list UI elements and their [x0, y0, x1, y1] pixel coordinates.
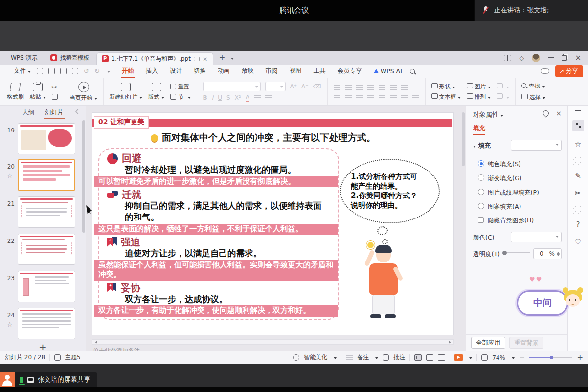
spinner-arrows[interactable]: [557, 250, 561, 258]
arrange-button[interactable]: 排列: [467, 93, 491, 101]
tab-review[interactable]: 审阅: [265, 65, 279, 78]
gradient-fill-label[interactable]: 渐变填充(G): [488, 174, 521, 183]
tab-insert[interactable]: 插入: [145, 65, 159, 78]
search-icon[interactable]: [410, 69, 415, 74]
file-menu-caret[interactable]: [28, 71, 31, 74]
scroll-left-icon[interactable]: [93, 341, 97, 344]
theme-icon[interactable]: [54, 354, 61, 361]
fill-group-header[interactable]: 填充: [473, 142, 491, 150]
slide-sorter-icon[interactable]: [426, 354, 433, 361]
paragraph-settings-icon[interactable]: [412, 93, 419, 98]
edit-rail-icon[interactable]: ✎: [575, 172, 581, 180]
slideshow-play-button[interactable]: [454, 354, 463, 361]
tab-animation[interactable]: 动画: [217, 65, 231, 78]
decrease-indent-icon[interactable]: [356, 85, 363, 90]
picture-fill-label[interactable]: 图片或纹理填充(P): [488, 189, 539, 197]
zoom-level[interactable]: 74%: [492, 354, 505, 361]
slide-vertical-scrollbar[interactable]: [462, 112, 465, 335]
cut-rail-icon[interactable]: ✂: [575, 189, 581, 197]
pattern-fill-radio[interactable]: [478, 203, 484, 209]
distribute-icon[interactable]: [379, 93, 385, 98]
docer-template-tab[interactable]: 找稻壳模板: [44, 54, 96, 62]
fill-tab[interactable]: 填充: [473, 124, 485, 132]
output-icon[interactable]: [48, 68, 55, 74]
tab-design[interactable]: 设计: [169, 65, 183, 78]
close-panel-icon[interactable]: ×: [556, 109, 562, 117]
text-effects-button[interactable]: [265, 95, 272, 101]
section-button[interactable]: 节: [170, 93, 191, 101]
numbering-icon[interactable]: [345, 85, 352, 90]
justify-icon[interactable]: [367, 93, 374, 98]
font-color-button[interactable]: A: [246, 94, 249, 102]
properties-title[interactable]: 对象属性: [473, 110, 503, 119]
clear-format-icon[interactable]: ⌫: [313, 83, 321, 90]
hamburger-icon[interactable]: [5, 69, 11, 73]
minimize-button[interactable]: [548, 57, 554, 58]
slide-thumbnail-21[interactable]: [18, 196, 75, 228]
beautify-label[interactable]: 智能美化: [304, 353, 327, 362]
play-current-button[interactable]: 当页开始: [70, 82, 97, 102]
increase-indent-icon[interactable]: [367, 85, 374, 90]
font-family-select[interactable]: [203, 82, 261, 91]
solid-fill-radio[interactable]: [478, 160, 484, 167]
increase-font-icon[interactable]: A⁺: [290, 83, 297, 90]
print-preview-icon[interactable]: [72, 68, 78, 74]
quick-access-caret[interactable]: [107, 71, 110, 74]
align-center-icon[interactable]: [345, 93, 352, 98]
gradient-fill-radio[interactable]: [478, 174, 484, 181]
zoom-out-button[interactable]: −: [519, 353, 525, 362]
apply-all-button[interactable]: 全部应用: [471, 337, 505, 349]
properties-rail-icon[interactable]: [572, 120, 584, 131]
close-tab-icon[interactable]: ×: [203, 56, 208, 62]
hide-background-checkbox[interactable]: [478, 217, 484, 223]
file-menu[interactable]: 文件: [14, 67, 26, 75]
textbox-button[interactable]: 文本框: [431, 93, 461, 101]
columns-icon[interactable]: [390, 93, 397, 98]
zoom-slider[interactable]: [529, 357, 572, 358]
pin-icon[interactable]: [542, 109, 550, 118]
underline-button[interactable]: U: [218, 94, 222, 101]
slide-thumbnail-23[interactable]: [18, 271, 75, 302]
beautify-icon[interactable]: [293, 354, 299, 361]
save-icon[interactable]: [37, 68, 43, 74]
text-tools-icon[interactable]: [401, 85, 408, 90]
align-right-icon[interactable]: [356, 93, 363, 98]
collapse-rail-icon[interactable]: [575, 110, 581, 111]
select-button[interactable]: 选择: [521, 94, 545, 101]
picture-button[interactable]: 图片: [467, 83, 491, 90]
workspace-icon[interactable]: ◇: [519, 54, 524, 62]
scroll-right-icon[interactable]: [449, 341, 452, 344]
fit-window-icon[interactable]: [481, 354, 488, 361]
highlight-button[interactable]: [254, 95, 261, 101]
share-button[interactable]: ↗分享: [555, 65, 583, 77]
picture-fill-radio[interactable]: [478, 189, 484, 195]
collapse-panel-icon[interactable]: [76, 109, 81, 114]
transparency-value[interactable]: 0: [534, 250, 549, 257]
superscript-button[interactable]: X²: [235, 94, 241, 101]
text-direction-icon[interactable]: [379, 85, 385, 90]
tab-home[interactable]: 开始: [121, 65, 135, 78]
notes-label[interactable]: 备注: [357, 353, 369, 362]
format-painter-button[interactable]: 格式刷: [7, 83, 24, 101]
slide-thumbnail-19[interactable]: [18, 123, 75, 154]
transparency-spinner[interactable]: 0 %: [533, 248, 562, 259]
font-size-select[interactable]: [265, 82, 286, 91]
align-left-icon[interactable]: [334, 93, 340, 98]
redo-icon[interactable]: ↻: [94, 67, 100, 75]
theme-label[interactable]: 主题5: [65, 353, 81, 362]
mic-muted-icon[interactable]: [482, 5, 489, 15]
screen-share-pill[interactable]: 张文培的屏幕共享: [0, 372, 97, 387]
tab-view[interactable]: 视图: [289, 65, 303, 78]
hide-background-label[interactable]: 隐藏背景图形(H): [488, 217, 534, 225]
new-slide-button[interactable]: 新建幻灯片: [110, 83, 143, 101]
pattern-fill-label[interactable]: 图案填充(A): [488, 203, 521, 211]
shapes-button[interactable]: 形状: [431, 83, 461, 90]
copy-icon[interactable]: [52, 94, 58, 100]
new-tab-button[interactable]: +: [219, 53, 226, 62]
map-rail-icon[interactable]: [575, 206, 581, 212]
undo-icon[interactable]: ↺: [84, 67, 89, 75]
reset-background-button[interactable]: 重置背景: [509, 337, 543, 349]
heart-rail-icon[interactable]: ♡: [575, 238, 581, 246]
split-view-icon[interactable]: [504, 55, 511, 61]
cut-icon[interactable]: ✂: [52, 84, 58, 91]
